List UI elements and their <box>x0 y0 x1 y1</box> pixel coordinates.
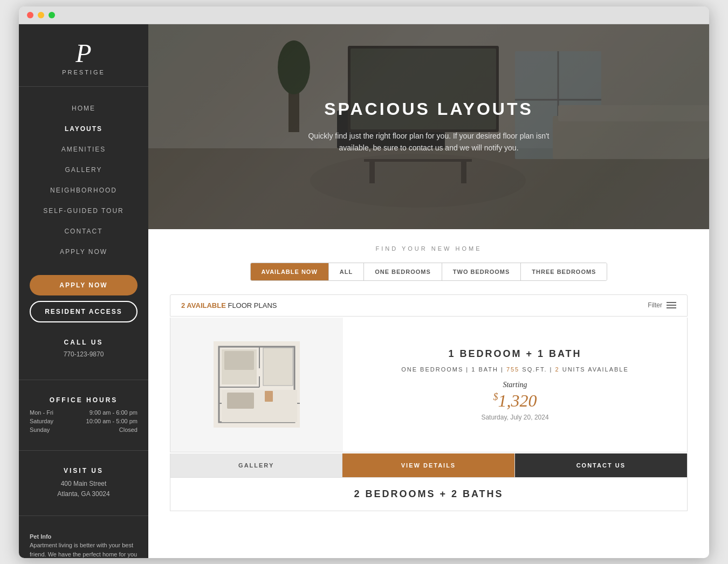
visit-us-title: VISIT US <box>30 467 138 474</box>
nav-link-amenities[interactable]: AMENITIES <box>61 146 106 153</box>
available-suffix: FLOOR PLANS <box>226 301 277 309</box>
tab-one-bedrooms[interactable]: ONE BEDROOMS <box>364 263 442 280</box>
nav-item-apply-now[interactable]: APPLY NOW <box>19 241 148 262</box>
plan-specs-1: ONE BEDROOMS | 1 BATH | 755 SQ.FT. | 2 U… <box>401 366 629 373</box>
address-line1: 400 Main Street <box>30 479 138 489</box>
nav-link-self-guided-tour[interactable]: SELF-GUIDED TOUR <box>43 207 124 215</box>
hero-background: SPACIOUS LAYOUTS Quickly find just the r… <box>148 24 709 229</box>
tab-all[interactable]: ALL <box>329 263 364 280</box>
plan-units: 2 <box>555 366 560 373</box>
content-section: FIND YOUR NEW HOME AVAILABLE NOW ALL ONE… <box>148 229 709 527</box>
nav-link-neighborhood[interactable]: NEIGHBORHOOD <box>50 187 117 194</box>
plan-units-suffix: UNITS AVAILABLE <box>560 366 629 373</box>
divider-1 <box>19 380 148 380</box>
plan-price: $1,320 <box>493 392 537 409</box>
browser-chrome <box>19 6 709 24</box>
hero-subtitle: Quickly find just the right floor plan f… <box>294 130 564 154</box>
address: 400 Main Street Atlanta, GA 30024 <box>30 479 138 499</box>
pet-info-title: Pet Info <box>30 533 51 540</box>
floor-plan-card-1: 1 BEDROOM + 1 BATH ONE BEDROOMS | 1 BATH… <box>170 318 688 452</box>
floor-plan-details-1: 1 BEDROOM + 1 BATH ONE BEDROOMS | 1 BATH… <box>343 318 687 452</box>
hero-title: SPACIOUS LAYOUTS <box>294 99 564 119</box>
filter-tabs: AVAILABLE NOW ALL ONE BEDROOMS TWO BEDRO… <box>250 263 608 281</box>
hours-row-saturday: Saturday 10:00 am - 5:00 pm <box>30 417 138 425</box>
plan-dollar-sign: $ <box>493 391 498 402</box>
hours-row-weekday: Mon - Fri 9:00 am - 6:00 pm <box>30 408 138 417</box>
pet-info-section: Pet Info Apartment living is better with… <box>19 524 148 558</box>
tab-two-bedrooms[interactable]: TWO BEDROOMS <box>442 263 521 280</box>
svg-rect-26 <box>227 393 254 409</box>
hamburger-line-3 <box>667 307 676 308</box>
nav-item-home[interactable]: HOME <box>19 98 148 118</box>
contact-us-button[interactable]: CONTACT US <box>515 453 687 477</box>
logo-letter: P <box>30 40 138 66</box>
nav-link-layouts[interactable]: LAYOUTS <box>65 125 102 133</box>
plan-sqft-suffix: SQ.FT. | <box>519 366 555 373</box>
filter-label: Filter <box>648 301 662 309</box>
plan-price-value: 1,320 <box>498 391 537 410</box>
find-home-label: FIND YOUR NEW HOME <box>170 245 688 252</box>
divider-2 <box>19 450 148 451</box>
phone-number[interactable]: 770-123-9870 <box>30 350 138 358</box>
sidebar: P PRESTIGE HOME LAYOUTS AMENITIES GALLER… <box>19 24 148 558</box>
svg-rect-22 <box>263 348 293 386</box>
hours-time-saturday: 10:00 am - 5:00 pm <box>64 417 138 425</box>
dot-red[interactable] <box>27 12 33 18</box>
plan-name-2: 2 BEDROOMS + 2 BATHS <box>354 489 503 500</box>
svg-rect-24 <box>224 351 254 370</box>
nav-link-home[interactable]: HOME <box>72 105 95 112</box>
hero-section: SPACIOUS LAYOUTS Quickly find just the r… <box>148 24 709 229</box>
logo-name: PRESTIGE <box>30 69 138 75</box>
hours-day-sunday: Sunday <box>30 425 64 434</box>
card-actions-1: GALLERY VIEW DETAILS CONTACT US <box>170 453 688 478</box>
floor-plan-image-1 <box>170 318 343 452</box>
available-number: 2 AVAILABLE <box>181 301 226 309</box>
visit-us-section: VISIT US 400 Main Street Atlanta, GA 300… <box>19 459 148 507</box>
plan-sqft: 755 <box>506 366 519 373</box>
hours-day-saturday: Saturday <box>30 417 64 425</box>
nav-link-apply-now[interactable]: APPLY NOW <box>60 248 107 256</box>
divider-3 <box>19 515 148 516</box>
dot-green[interactable] <box>49 12 55 18</box>
floor-plan-svg-1 <box>214 341 300 428</box>
nav-item-amenities[interactable]: AMENITIES <box>19 139 148 159</box>
nav-item-contact[interactable]: CONTACT <box>19 221 148 241</box>
nav-item-neighborhood[interactable]: NEIGHBORHOOD <box>19 180 148 200</box>
sidebar-nav: HOME LAYOUTS AMENITIES GALLERY NEIGHBORH… <box>19 92 148 267</box>
office-hours-title: OFFICE HOURS <box>30 396 138 404</box>
hamburger-line-1 <box>667 302 676 303</box>
hero-text: SPACIOUS LAYOUTS Quickly find just the r… <box>272 99 585 154</box>
hours-time-sunday: Closed <box>64 425 138 434</box>
office-hours-section: OFFICE HOURS Mon - Fri 9:00 am - 6:00 pm… <box>19 388 148 442</box>
sidebar-buttons: APPLY NOW RESIDENT ACCESS <box>19 267 148 331</box>
plan-name-1: 1 BEDROOM + 1 BATH <box>448 348 581 360</box>
filter-icon[interactable] <box>667 302 676 308</box>
nav-item-layouts[interactable]: LAYOUTS <box>19 118 148 139</box>
pet-info-text: Pet Info Apartment living is better with… <box>30 532 138 558</box>
nav-link-contact[interactable]: CONTACT <box>64 228 102 235</box>
call-us-section: CALL US 770-123-9870 <box>19 331 148 372</box>
hours-day-weekday: Mon - Fri <box>30 408 64 417</box>
available-count: 2 AVAILABLE FLOOR PLANS <box>181 301 277 309</box>
nav-link-gallery[interactable]: GALLERY <box>65 166 102 174</box>
available-bar: 2 AVAILABLE FLOOR PLANS Filter <box>170 294 688 317</box>
office-hours-table: Mon - Fri 9:00 am - 6:00 pm Saturday 10:… <box>30 408 138 434</box>
resident-access-button[interactable]: RESIDENT ACCESS <box>30 301 138 322</box>
hamburger-line-2 <box>667 305 676 306</box>
plan-spec-text: ONE BEDROOMS | 1 BATH | <box>401 366 506 373</box>
filter-control[interactable]: Filter <box>648 301 676 309</box>
pet-info-body: Apartment living is better with your bes… <box>30 542 137 558</box>
tab-available-now[interactable]: AVAILABLE NOW <box>251 263 329 280</box>
plan-date: Saturday, July 20, 2024 <box>481 414 548 421</box>
hours-row-sunday: Sunday Closed <box>30 425 138 434</box>
nav-item-gallery[interactable]: GALLERY <box>19 159 148 180</box>
apply-now-button[interactable]: APPLY NOW <box>30 275 138 295</box>
gallery-button[interactable]: GALLERY <box>170 453 342 477</box>
svg-rect-27 <box>265 391 273 402</box>
dot-yellow[interactable] <box>38 12 44 18</box>
nav-item-self-guided-tour[interactable]: SELF-GUIDED TOUR <box>19 200 148 221</box>
main-content: SPACIOUS LAYOUTS Quickly find just the r… <box>148 24 709 558</box>
tab-three-bedrooms[interactable]: THREE BEDROOMS <box>521 263 607 280</box>
sidebar-logo: P PRESTIGE <box>19 24 148 87</box>
view-details-button[interactable]: VIEW DETAILS <box>342 453 514 477</box>
